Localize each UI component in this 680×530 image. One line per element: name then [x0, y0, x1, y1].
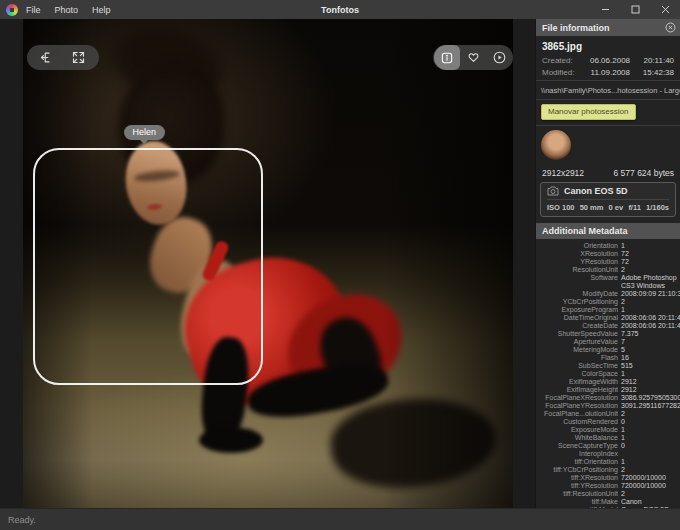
modified-time: 15:42:38 — [630, 68, 674, 77]
metadata-value: 2 — [621, 490, 678, 498]
metadata-value: 2 — [621, 266, 678, 274]
metadata-value: 5 — [621, 346, 678, 354]
metadata-key: MeteringMode — [540, 346, 618, 354]
metadata-value: 3086.9257950530036 — [621, 394, 680, 402]
metadata-key: tiff:Make — [540, 498, 618, 506]
metadata-key: FocalPlaneXResolution — [540, 394, 618, 402]
face-detection-box[interactable] — [33, 148, 263, 385]
metadata-key: ApertureValue — [540, 338, 618, 346]
metadata-row: tiff:ResolutionUnit2 — [540, 490, 678, 498]
metadata-row: ApertureValue7 — [540, 338, 678, 346]
viewer-toolbar-left — [27, 45, 99, 70]
info-button[interactable] — [434, 45, 460, 70]
back-button[interactable] — [35, 45, 59, 70]
fullscreen-button[interactable] — [67, 45, 91, 70]
metadata-key: ExifImageHeight — [540, 386, 618, 394]
favorite-button[interactable] — [462, 45, 486, 70]
camera-aperture: f/11 — [628, 203, 641, 212]
person-avatar[interactable] — [541, 130, 571, 160]
metadata-key: Software — [540, 274, 618, 290]
created-time: 20:11:40 — [630, 56, 674, 65]
file-size: 6 577 624 bytes — [614, 168, 675, 178]
info-icon — [440, 51, 454, 65]
image-dimensions: 2912x2912 — [542, 168, 584, 178]
modified-label: Modified: — [542, 68, 590, 77]
metadata-row: YResolution72 — [540, 258, 678, 266]
file-path: \\nash\Family\Photos...hotosession - Lar… — [536, 83, 680, 99]
metadata-row: FocalPlane...olutionUnit2 — [540, 410, 678, 418]
heart-icon — [466, 50, 481, 65]
metadata-value: 2912 — [621, 386, 678, 394]
metadata-value: 2008:06:06 20:11:40 — [621, 322, 680, 330]
metadata-row: ModifyDate2008:09:09 21:10:34 — [540, 290, 678, 298]
metadata-value: 72 — [621, 250, 678, 258]
slideshow-button[interactable] — [487, 45, 511, 70]
app-window: File Photo Help Tonfotos — [0, 0, 680, 530]
camera-model: Canon EOS 5D — [564, 186, 628, 196]
close-panel-icon[interactable] — [665, 22, 676, 33]
metadata-value: 3091.295116772824 — [621, 402, 680, 410]
dimensions-row: 2912x2912 6 577 624 bytes — [536, 166, 680, 182]
metadata-key: YCbCrPositioning — [540, 298, 618, 306]
metadata-row: CustomRendered0 — [540, 418, 678, 426]
metadata-row: Flash16 — [540, 354, 678, 362]
metadata-key: CustomRendered — [540, 418, 618, 426]
maximize-button[interactable] — [620, 0, 650, 19]
metadata-key: SceneCaptureType — [540, 442, 618, 450]
metadata-row: XResolution72 — [540, 250, 678, 258]
metadata-key: FocalPlane...olutionUnit — [540, 410, 618, 418]
menu-photo[interactable]: Photo — [55, 5, 79, 15]
metadata-row: tiff:MakeCanon — [540, 498, 678, 506]
camera-ev: 0 ev — [609, 203, 624, 212]
created-label: Created: — [542, 56, 590, 65]
camera-shutter: 1/160s — [646, 203, 669, 212]
status-bar: Ready. — [0, 508, 680, 530]
filename: 3865.jpg — [536, 36, 680, 54]
metadata-row: tiff:Orientation1 — [540, 458, 678, 466]
metadata-row: ResolutionUnit2 — [540, 266, 678, 274]
metadata-value: 7 — [621, 338, 678, 346]
photo-shape — [383, 19, 513, 508]
metadata-row: SceneCaptureType0 — [540, 442, 678, 450]
metadata-row: ExposureMode1 — [540, 426, 678, 434]
metadata-key: tiff:YResolution — [540, 482, 618, 490]
metadata-row: InteropIndex — [540, 450, 678, 458]
metadata-row: WhiteBalance1 — [540, 434, 678, 442]
metadata-key: FocalPlaneYResolution — [540, 402, 618, 410]
camera-icon — [547, 186, 559, 196]
metadata-row: ExifImageWidth2912 — [540, 378, 678, 386]
photo-shape — [199, 427, 263, 453]
metadata-value: 1 — [621, 434, 678, 442]
metadata-row: ShutterSpeedValue7.375 — [540, 330, 678, 338]
metadata-value: 515 — [621, 362, 678, 370]
metadata-value: 2 — [621, 410, 678, 418]
metadata-value: 72 — [621, 258, 678, 266]
tag-row: Manovar photosession — [536, 99, 680, 125]
face-name-label[interactable]: Helen — [124, 125, 166, 140]
created-row: Created: 06.06.2008 20:11:40 — [536, 54, 680, 66]
menu-help[interactable]: Help — [92, 5, 111, 15]
metadata-row: FocalPlaneYResolution3091.295116772824 — [540, 402, 678, 410]
menu-file[interactable]: File — [26, 5, 41, 15]
camera-focal-length: 50 mm — [580, 203, 604, 212]
tag-chip[interactable]: Manovar photosession — [541, 104, 636, 120]
status-text: Ready. — [8, 515, 36, 525]
metadata-value: 0 — [621, 418, 678, 426]
close-button[interactable] — [650, 0, 680, 19]
metadata-key: tiff:XResolution — [540, 474, 618, 482]
metadata-value: 720000/10000 — [621, 474, 678, 482]
camera-info-box: Canon EOS 5D ISO 100 50 mm 0 ev f/11 1/1… — [540, 182, 676, 217]
metadata-value: 16 — [621, 354, 678, 362]
metadata-value: 7.375 — [621, 330, 678, 338]
people-row — [536, 125, 680, 166]
metadata-value: 2008:06:06 20:11:40 — [621, 314, 680, 322]
metadata-value: 720000/10000 — [621, 482, 678, 490]
minimize-button[interactable] — [590, 0, 620, 19]
metadata-value: Adobe Photoshop CS3 Windows — [621, 274, 678, 290]
titlebar: File Photo Help Tonfotos — [0, 0, 680, 19]
metadata-header: Additional Metadata — [536, 223, 680, 239]
metadata-row: tiff:YResolution720000/10000 — [540, 482, 678, 490]
metadata-key: InteropIndex — [540, 450, 618, 458]
metadata-key: WhiteBalance — [540, 434, 618, 442]
metadata-value: 2008:09:09 21:10:34 — [621, 290, 680, 298]
